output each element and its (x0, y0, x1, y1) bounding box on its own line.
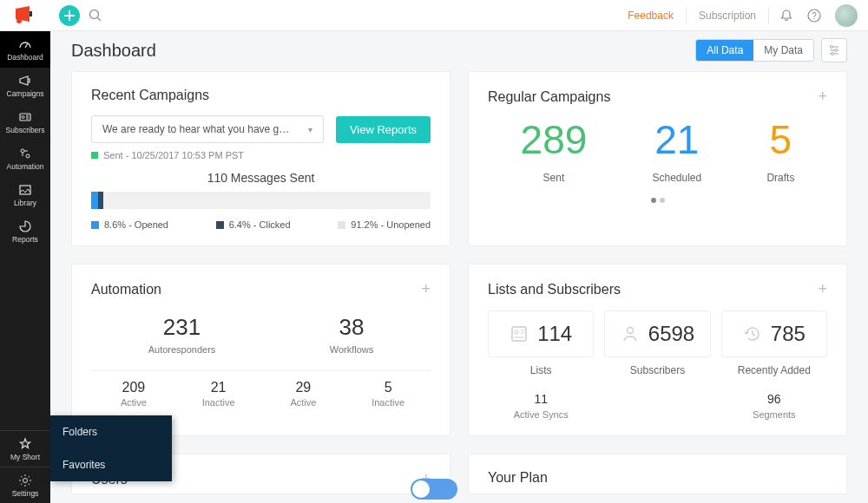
page-header: Dashboard All Data My Data (71, 38, 847, 62)
drafts-count: 5 (766, 120, 794, 160)
subscription-link[interactable]: Subscription (699, 10, 756, 22)
recent-box[interactable]: 785 (721, 310, 827, 357)
pagination-dots[interactable] (488, 191, 827, 206)
add-button[interactable] (59, 5, 80, 26)
card-lists-subscribers: Lists and Subscribers + 114 6598 785 Li (468, 264, 847, 436)
star-icon (18, 437, 32, 451)
autoresponders-count: 231 (148, 314, 216, 341)
svg-point-2 (90, 10, 99, 18)
sent-status: Sent - 10/25/2017 10:53 PM PST (91, 150, 431, 160)
sidebar-item-myshort[interactable]: My Short (0, 430, 50, 467)
svg-point-6 (22, 116, 24, 119)
sidebar-item-label: Settings (12, 489, 39, 498)
stat-value: 785 (771, 322, 806, 346)
sidebar-item-dashboard[interactable]: Dashboard (0, 31, 50, 68)
gear-icon (18, 474, 32, 487)
seg-all-data[interactable]: All Data (696, 40, 753, 61)
automation-icon (18, 147, 32, 160)
sliders-icon[interactable] (821, 38, 847, 62)
svg-rect-14 (512, 327, 526, 341)
svg-point-7 (21, 149, 24, 153)
stat-value: 21 (176, 380, 261, 395)
history-icon (743, 324, 762, 343)
sidebar-item-label: Campaigns (7, 89, 44, 98)
sidebar-item-reports[interactable]: Reports (0, 213, 50, 250)
flyout-item-favorites[interactable]: Favorites (50, 448, 172, 481)
sidebar-item-automation[interactable]: Automation (0, 140, 50, 177)
feedback-link[interactable]: Feedback (628, 10, 674, 22)
svg-point-0 (16, 18, 22, 23)
svg-point-13 (832, 53, 834, 56)
drafts-label: Drafts (766, 172, 794, 184)
user-icon (621, 324, 640, 343)
svg-point-8 (26, 154, 30, 158)
card-automation: Automation + 231 Autoresponders 38 Workf… (71, 264, 450, 436)
scheduled-count: 21 (653, 120, 702, 160)
card-your-plan: Your Plan (468, 454, 847, 494)
stat-value: 209 (91, 380, 176, 395)
sent-count: 289 (521, 120, 588, 160)
card-title: Your Plan (488, 470, 548, 486)
app-logo[interactable] (0, 0, 50, 31)
flyout-item-folders[interactable]: Folders (50, 415, 172, 448)
sidebar-item-campaigns[interactable]: Campaigns (0, 68, 50, 104)
data-segment: All Data My Data (695, 39, 814, 62)
chevron-down-icon: ▾ (308, 125, 312, 134)
gauge-icon (18, 37, 32, 51)
sidebar-item-library[interactable]: Library (0, 177, 50, 213)
card-regular-campaigns: Regular Campaigns + 289 Sent 21 Schedule… (468, 71, 847, 246)
autoresponders-label: Autoresponders (148, 344, 216, 355)
add-icon[interactable]: + (818, 280, 827, 298)
workflows-count: 38 (330, 314, 374, 341)
list-icon (510, 324, 529, 343)
legend: 8.6% - Opened 6.4% - Clicked 91.2% - Uno… (91, 219, 431, 230)
card-title: Recent Campaigns (91, 88, 209, 103)
search-icon[interactable] (89, 9, 102, 23)
stat-label: Inactive (176, 397, 261, 408)
avatar[interactable] (835, 4, 858, 27)
sent-text: Sent - 10/25/2017 10:53 PM PST (103, 150, 244, 160)
stat-label: Active Syncs (488, 409, 594, 420)
progress-bar (91, 192, 431, 209)
top-bar: Feedback Subscription ? (0, 0, 868, 31)
image-icon (18, 183, 32, 197)
help-icon[interactable]: ? (807, 9, 821, 23)
sidebar-flyout: Folders Favorites (50, 415, 172, 481)
toggle-knob (412, 480, 430, 498)
floating-toggle[interactable] (411, 479, 457, 500)
sidebar-item-label: Library (14, 199, 36, 207)
sent-label: Sent (521, 172, 588, 184)
seg-my-data[interactable]: My Data (753, 40, 813, 61)
messages-sent-label: 110 Messages Sent (91, 171, 431, 185)
campaign-select[interactable]: We are ready to hear what you have g… ▾ (91, 115, 324, 143)
card-recent-campaigns: Recent Campaigns We are ready to hear wh… (71, 71, 450, 246)
stat-label: Lists (488, 364, 594, 376)
subscribers-box[interactable]: 6598 (604, 310, 710, 357)
stat-label: Recently Added (721, 364, 827, 376)
svg-point-16 (627, 328, 633, 334)
sidebar-item-label: Automation (7, 162, 44, 171)
add-icon[interactable]: + (818, 88, 827, 106)
lists-box[interactable]: 114 (488, 310, 594, 357)
add-icon[interactable]: + (421, 280, 431, 298)
svg-point-12 (835, 49, 838, 52)
sidebar-item-settings[interactable]: Settings (0, 467, 50, 503)
card-title: Automation (91, 282, 161, 297)
bell-icon[interactable] (779, 9, 793, 23)
card-title: Regular Campaigns (488, 89, 610, 105)
sidebar-item-label: Dashboard (7, 53, 43, 62)
stat-label: Subscribers (604, 364, 710, 376)
pie-icon (18, 219, 32, 233)
stat-label: Inactive (345, 397, 431, 408)
legend-opened: 8.6% - Opened (104, 219, 168, 230)
megaphone-icon (18, 74, 32, 88)
svg-point-11 (831, 46, 833, 49)
svg-point-15 (515, 330, 518, 334)
select-value: We are ready to hear what you have g… (102, 123, 289, 135)
stat-value: 11 (488, 392, 594, 406)
sidebar-item-subscribers[interactable]: Subscribers (0, 104, 50, 140)
sidebar-item-label: My Short (10, 453, 40, 461)
stat-value: 96 (721, 392, 827, 406)
scheduled-label: Scheduled (653, 172, 702, 184)
view-reports-button[interactable]: View Reports (336, 116, 431, 143)
